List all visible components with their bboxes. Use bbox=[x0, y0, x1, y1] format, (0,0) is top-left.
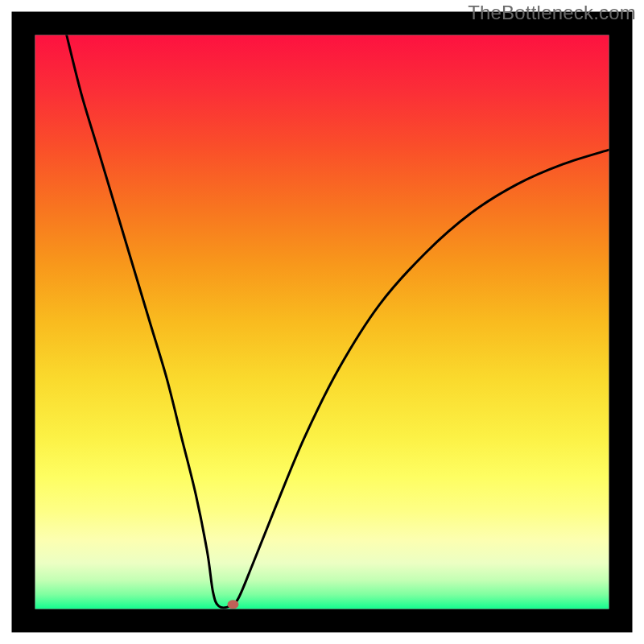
gradient-background bbox=[35, 35, 609, 609]
bottleneck-chart bbox=[0, 0, 644, 644]
watermark-text: TheBottleneck.com bbox=[468, 2, 636, 24]
optimal-point-marker bbox=[227, 600, 238, 609]
chart-container: TheBottleneck.com bbox=[0, 0, 644, 644]
